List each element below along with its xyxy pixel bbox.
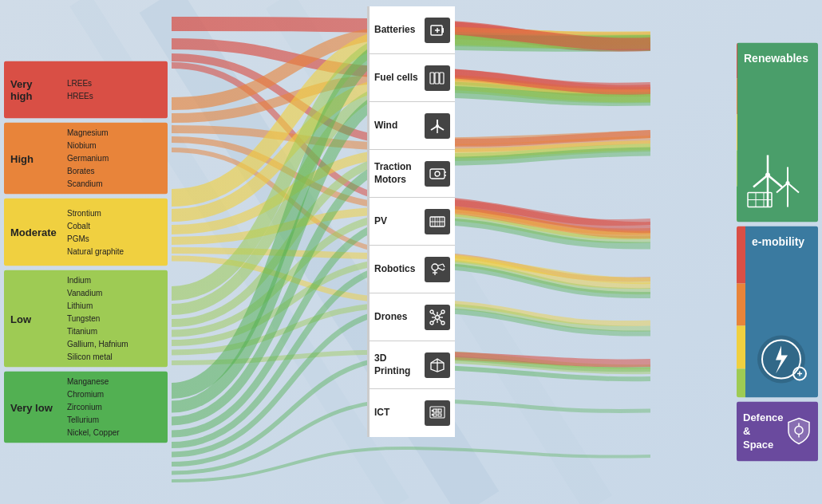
drones-label: Drones	[374, 311, 421, 324]
material-item: Manganese	[67, 376, 162, 388]
batteries-icon	[425, 18, 450, 43]
technology-panel: Batteries Fuel cells Wind	[367, 6, 455, 437]
svg-line-60	[753, 175, 768, 187]
material-item: Vanadium	[67, 287, 162, 300]
renewables-sector: Renewables	[737, 43, 818, 222]
defence-label: Defence & Space	[743, 411, 784, 452]
svg-rect-10	[440, 73, 444, 84]
tech-3d-printing: 3D Printing	[367, 341, 455, 389]
svg-line-45	[433, 319, 436, 321]
3d-printing-icon	[425, 352, 450, 378]
risk-very-low: Very low Manganese Chromium Zirconium Te…	[4, 372, 168, 443]
drones-icon	[425, 305, 450, 330]
emobility-sector: e-mobility	[737, 226, 818, 398]
material-item: Germanium	[67, 152, 162, 165]
material-item: Tellurium	[67, 414, 162, 427]
svg-line-61	[768, 175, 782, 187]
renewables-icon	[744, 144, 812, 215]
risk-levels-panel: Very high LREEs HREEs High Magnesium Nio…	[0, 57, 172, 447]
svg-line-44	[440, 313, 442, 315]
svg-line-33	[443, 269, 445, 270]
material-item: Cobalt	[67, 219, 162, 232]
material-item: PGMs	[67, 232, 162, 245]
very-low-label: Very low	[4, 372, 61, 443]
svg-point-15	[436, 124, 439, 128]
svg-line-32	[438, 268, 443, 270]
fuel-cells-label: Fuel cells	[374, 72, 421, 85]
svg-point-57	[432, 414, 433, 415]
stripe-high	[737, 283, 745, 326]
material-item: Indium	[67, 274, 162, 287]
material-item: Silicon metal	[67, 351, 162, 364]
tech-wind: Wind	[367, 102, 455, 150]
moderate-label: Moderate	[4, 199, 61, 266]
svg-rect-8	[430, 73, 434, 84]
defence-sector: Defence & Space	[737, 402, 818, 462]
batteries-label: Batteries	[374, 24, 421, 37]
material-item: Nickel, Copper	[67, 427, 162, 439]
defence-icon	[784, 415, 814, 448]
emobility-icon	[752, 330, 812, 390]
fuel-cells-icon	[425, 65, 450, 91]
tech-drones: Drones	[367, 293, 455, 341]
stripe-moderate	[737, 326, 745, 369]
svg-rect-54	[438, 414, 441, 416]
sectors-panel: Renewables	[733, 37, 822, 468]
wind-icon	[425, 113, 450, 139]
ict-label: ICT	[374, 407, 421, 419]
high-materials: Magnesium Niobium Germanium Borates Scan…	[61, 123, 168, 195]
robotics-icon	[425, 257, 450, 282]
tech-traction-motors: Traction Motors	[367, 150, 455, 198]
tech-pv: PV	[367, 198, 455, 246]
material-item: Gallium, Hafnium	[67, 338, 162, 351]
low-materials: Indium Vanadium Lithium Tungsten Titaniu…	[61, 270, 168, 368]
page-wrapper: Very high LREEs HREEs High Magnesium Nio…	[0, 0, 822, 504]
svg-rect-9	[435, 73, 439, 84]
renewables-content: Renewables	[737, 43, 818, 222]
svg-rect-16	[430, 169, 445, 179]
very-low-materials: Manganese Chromium Zirconium Tellurium N…	[61, 372, 168, 443]
svg-point-34	[436, 315, 440, 319]
moderate-materials: Strontium Cobalt PGMs Natural graphite	[61, 199, 168, 266]
very-high-materials: LREEs HREEs	[61, 61, 168, 119]
material-item: Titanium	[67, 325, 162, 338]
material-item: Natural graphite	[67, 245, 162, 258]
svg-point-41	[430, 321, 433, 325]
svg-line-31	[443, 264, 445, 267]
material-item: HREEs	[67, 90, 162, 103]
risk-high: High Magnesium Niobium Germanium Borates…	[4, 123, 168, 195]
risk-moderate: Moderate Strontium Cobalt PGMs Natural g…	[4, 199, 168, 266]
defence-content: Defence & Space	[737, 402, 818, 462]
svg-point-27	[432, 264, 438, 270]
material-item: Scandium	[67, 178, 162, 191]
svg-point-39	[430, 310, 433, 313]
3d-printing-label: 3D Printing	[374, 352, 421, 377]
traction-motors-label: Traction Motors	[374, 161, 421, 186]
material-item: Niobium	[67, 140, 162, 152]
material-item: Tungsten	[67, 313, 162, 325]
svg-rect-5	[442, 28, 444, 33]
risk-very-high: Very high LREEs HREEs	[4, 61, 168, 119]
tech-ict: ICT	[367, 389, 455, 437]
material-item: Chromium	[67, 388, 162, 401]
svg-point-40	[441, 310, 445, 313]
pv-icon	[425, 209, 450, 234]
high-label: High	[4, 123, 61, 195]
ict-icon	[425, 400, 450, 426]
tech-batteries: Batteries	[367, 6, 455, 54]
svg-line-46	[440, 319, 442, 321]
svg-line-30	[438, 264, 443, 266]
material-item: Magnesium	[67, 127, 162, 140]
stripe-very-high	[737, 226, 745, 284]
svg-point-56	[432, 410, 433, 411]
pv-label: PV	[374, 215, 421, 228]
svg-point-67	[786, 181, 790, 185]
tech-robotics: Robotics	[367, 246, 455, 293]
svg-point-42	[441, 321, 445, 325]
material-item: Zirconium	[67, 401, 162, 414]
material-item: Strontium	[67, 207, 162, 219]
very-high-label: Very high	[4, 61, 61, 119]
emobility-risk-stripes	[737, 226, 745, 398]
material-item: Borates	[67, 165, 162, 178]
renewables-label: Renewables	[744, 51, 812, 65]
